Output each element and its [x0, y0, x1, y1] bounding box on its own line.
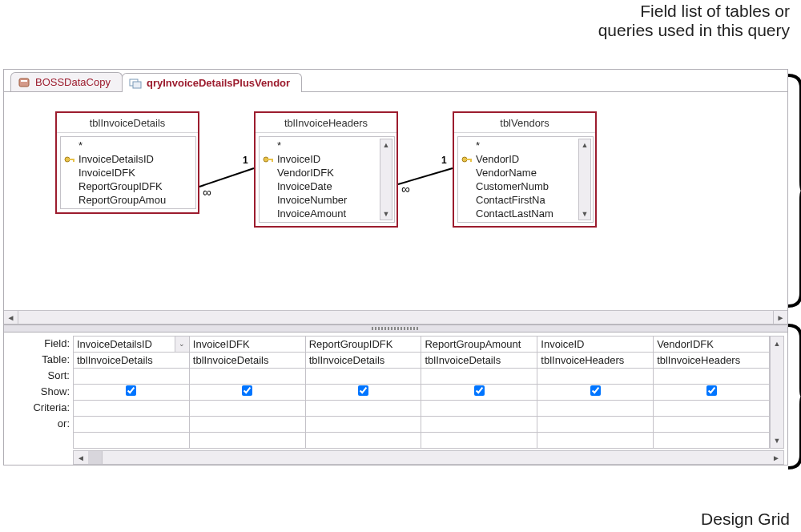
grid-cell-field[interactable]: InvoiceIDFK	[190, 337, 306, 353]
field-list-tblinvoicedetails[interactable]: tblInvoiceDetails * InvoiceDetailsID Inv…	[55, 111, 199, 214]
tab-label: BOSSDataCopy	[35, 76, 111, 88]
grid-cell-show[interactable]	[306, 385, 422, 401]
grid-cell-show[interactable]	[421, 385, 537, 401]
grid-cell-criteria[interactable]	[654, 401, 770, 417]
callout-bracket-top	[787, 69, 801, 312]
grid-cell-sort[interactable]	[74, 369, 190, 385]
grid-cell-show[interactable]	[537, 385, 654, 401]
show-checkbox[interactable]	[242, 385, 252, 396]
grid-cell-or[interactable]	[654, 417, 770, 433]
scroll-up-icon[interactable]: ▲	[380, 139, 392, 151]
grid-cell-table[interactable]: tblInvoiceDetails	[421, 353, 537, 369]
field-row-contactfirstna[interactable]: ContactFirstNa	[458, 193, 578, 207]
relationship-many-label: ∞	[203, 185, 211, 199]
scroll-right-icon[interactable]: ►	[773, 311, 787, 324]
grid-cell-criteria[interactable]	[74, 401, 190, 417]
show-checkbox[interactable]	[474, 385, 485, 396]
show-checkbox[interactable]	[126, 385, 136, 396]
show-checkbox[interactable]	[590, 385, 601, 396]
field-row-star[interactable]: *	[61, 139, 195, 152]
grid-cell-blank[interactable]	[190, 433, 306, 449]
grid-cell-table[interactable]: tblInvoiceDetails	[74, 353, 190, 369]
relationship-one-label: 1	[441, 155, 447, 166]
scroll-right-icon[interactable]: ►	[769, 451, 783, 464]
scroll-down-icon[interactable]: ▼	[579, 208, 590, 220]
scroll-up-icon[interactable]: ▲	[771, 337, 783, 351]
field-row-reportgroupidfk[interactable]: ReportGroupIDFK	[61, 179, 195, 193]
grid-cell-table[interactable]: tblInvoiceDetails	[306, 353, 422, 369]
grid-column: VendorIDFKtblInvoiceHeaders	[654, 337, 770, 449]
field-row-reportgroupamou[interactable]: ReportGroupAmou	[61, 193, 195, 207]
splitter-grip-icon	[372, 327, 420, 330]
row-label-table: Table:	[7, 352, 70, 368]
field-row-invoicedetailsid[interactable]: InvoiceDetailsID	[61, 152, 195, 166]
grid-cell-or[interactable]	[74, 417, 190, 433]
grid-cell-show[interactable]	[74, 385, 190, 401]
field-row-invoiceid[interactable]: InvoiceID	[260, 152, 380, 166]
grid-cell-table[interactable]: tblInvoiceHeaders	[537, 353, 654, 369]
upper-pane-hscrollbar[interactable]: ◄ ►	[4, 310, 787, 324]
grid-cell-or[interactable]	[306, 417, 422, 433]
grid-cell-or[interactable]	[537, 417, 654, 433]
field-row-invoicedate[interactable]: InvoiceDate	[260, 179, 380, 193]
grid-vscrollbar[interactable]: ▲ ▼	[770, 336, 784, 449]
grid-cell-criteria[interactable]	[306, 401, 422, 417]
field-row-vendoridfk[interactable]: VendorIDFK	[260, 166, 380, 179]
scroll-left-icon[interactable]: ◄	[4, 311, 18, 324]
svg-line-13	[199, 168, 254, 187]
scroll-thumb[interactable]	[88, 451, 103, 464]
grid-cell-criteria[interactable]	[421, 401, 537, 417]
field-list-tblinvoiceheaders[interactable]: tblInvoiceHeaders * InvoiceID VendorIDFK…	[254, 111, 398, 228]
grid-cell-field[interactable]: VendorIDFK	[654, 337, 770, 353]
grid-cell-blank[interactable]	[421, 433, 537, 449]
grid-cell-blank[interactable]	[654, 433, 770, 449]
dropdown-arrow-icon[interactable]: ⌄	[175, 337, 189, 352]
field-list-tblvendors[interactable]: tblVendors * VendorID VendorName Custome…	[453, 111, 597, 228]
grid-cell-sort[interactable]	[654, 369, 770, 385]
grid-cell-show[interactable]	[654, 385, 770, 401]
grid-cell-or[interactable]	[421, 417, 537, 433]
field-row-star[interactable]: *	[458, 139, 578, 152]
grid-cell-criteria[interactable]	[537, 401, 654, 417]
grid-hscrollbar[interactable]: ◄ ►	[73, 450, 784, 465]
grid-cell-table[interactable]: tblInvoiceHeaders	[654, 353, 770, 369]
field-list-pane[interactable]: tblInvoiceDetails * InvoiceDetailsID Inv…	[4, 92, 787, 310]
grid-cell-sort[interactable]	[306, 369, 422, 385]
grid-cell-table[interactable]: tblInvoiceDetails	[190, 353, 306, 369]
pane-splitter[interactable]	[4, 324, 787, 332]
grid-cell-blank[interactable]	[537, 433, 654, 449]
field-list-scrollbar[interactable]: ▲ ▼	[578, 139, 591, 220]
grid-cell-show[interactable]	[190, 385, 306, 401]
field-row-contactlastnam[interactable]: ContactLastNam	[458, 207, 578, 220]
scroll-up-icon[interactable]: ▲	[579, 139, 590, 151]
tab-qryinvoicedetailsplusvendor[interactable]: qryInvoiceDetailsPlusVendor	[122, 73, 302, 92]
scroll-down-icon[interactable]: ▼	[771, 433, 783, 448]
field-list-scrollbar[interactable]: ▲ ▼	[380, 139, 392, 220]
grid-cell-sort[interactable]	[537, 369, 654, 385]
grid-cell-field[interactable]: InvoiceDetailsID⌄	[74, 337, 190, 353]
field-row-customernumb[interactable]: CustomerNumb	[458, 179, 578, 193]
grid-cell-criteria[interactable]	[190, 401, 306, 417]
query-icon	[129, 78, 142, 89]
field-list-title: tblInvoiceHeaders	[256, 113, 396, 133]
show-checkbox[interactable]	[706, 385, 717, 396]
field-row-invoiceamount[interactable]: InvoiceAmount	[260, 207, 380, 220]
grid-column: InvoiceIDFKtblInvoiceDetails	[190, 337, 306, 449]
tab-bossdatacopy[interactable]: BOSSDataCopy	[10, 72, 123, 91]
show-checkbox[interactable]	[358, 385, 368, 396]
field-row-star[interactable]: *	[260, 139, 380, 152]
scroll-left-icon[interactable]: ◄	[74, 451, 88, 464]
grid-cell-blank[interactable]	[74, 433, 190, 449]
field-row-invoicenumber[interactable]: InvoiceNumber	[260, 193, 380, 207]
grid-cell-sort[interactable]	[421, 369, 537, 385]
field-row-vendorid[interactable]: VendorID	[458, 152, 578, 166]
grid-cell-or[interactable]	[190, 417, 306, 433]
grid-cell-field[interactable]: ReportGroupAmount	[421, 337, 537, 353]
grid-cell-blank[interactable]	[306, 433, 422, 449]
scroll-down-icon[interactable]: ▼	[380, 208, 392, 220]
grid-cell-field[interactable]: InvoiceID	[537, 337, 654, 353]
grid-cell-field[interactable]: ReportGroupIDFK	[306, 337, 422, 353]
field-row-vendorname[interactable]: VendorName	[458, 166, 578, 179]
grid-cell-sort[interactable]	[190, 369, 306, 385]
field-row-invoiceidfk[interactable]: InvoiceIDFK	[61, 166, 195, 179]
